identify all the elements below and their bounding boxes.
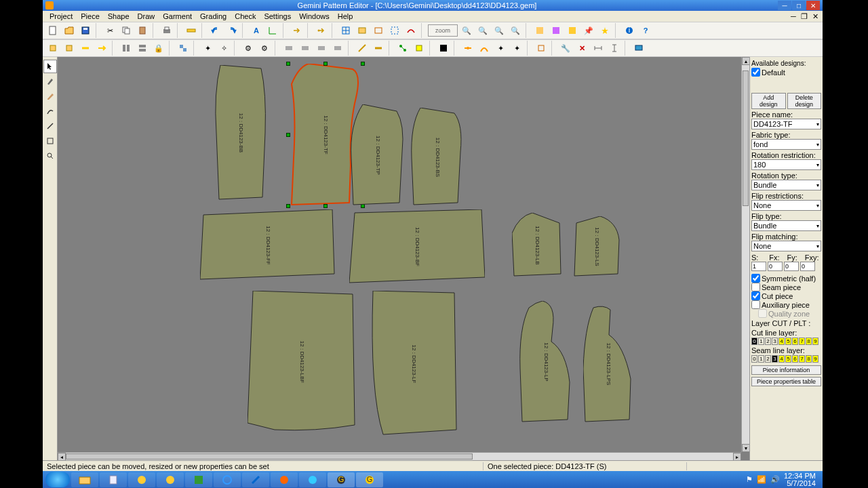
zoom-in-icon[interactable]: 🔍 — [459, 23, 474, 38]
layer-9[interactable]: 9 — [812, 338, 818, 345]
scroll-up-icon[interactable]: ▴ — [742, 57, 749, 65]
layer-3[interactable]: 3 — [772, 338, 778, 345]
layer-2[interactable]: 2 — [765, 338, 771, 345]
point1-icon[interactable] — [395, 41, 410, 56]
print-icon[interactable] — [159, 23, 174, 38]
taskbar-explorer-icon[interactable] — [71, 472, 98, 487]
layer-1[interactable]: 1 — [758, 338, 764, 345]
screen-icon[interactable] — [631, 41, 646, 56]
layer-7[interactable]: 7 — [799, 338, 805, 345]
new-file-icon[interactable] — [45, 23, 60, 38]
layer-8[interactable]: 8 — [806, 355, 812, 363]
taskbar-gemini1-icon[interactable]: G — [328, 472, 355, 487]
scroll-thumb-h[interactable] — [66, 453, 473, 460]
layer-9[interactable]: 9 — [812, 355, 818, 363]
tray-flag-icon[interactable]: ⚑ — [746, 475, 753, 484]
path2-icon[interactable] — [477, 41, 492, 56]
layer-0[interactable]: 0 — [751, 338, 757, 345]
aux-piece-check[interactable] — [751, 300, 760, 309]
menu-draw[interactable]: Draw — [134, 12, 159, 21]
pattern-piece[interactable]: 12 : DD4123-BB — [214, 65, 268, 201]
pattern-piece[interactable]: 12 : DD4123-LP — [519, 301, 573, 423]
curve-tool-icon[interactable] — [43, 104, 57, 118]
path3-icon[interactable]: ✦ — [493, 41, 508, 56]
scroll-right-icon[interactable]: ▸ — [733, 453, 741, 460]
piece-name-select[interactable]: DD4123-TF — [751, 119, 821, 129]
selection-handle[interactable] — [361, 62, 365, 66]
zoom-all-icon[interactable]: 🔍 — [508, 23, 523, 38]
start-button[interactable] — [45, 472, 70, 487]
select-tool-icon[interactable] — [43, 60, 57, 73]
pattern-piece[interactable]: 12 : DD4123-LS — [573, 216, 620, 277]
pattern-piece[interactable]: 12 : DD4123-LB — [512, 213, 563, 277]
wrench-icon[interactable]: 🔧 — [558, 41, 573, 56]
line-tool-icon[interactable] — [43, 119, 57, 133]
close-button[interactable]: ✕ — [806, 1, 820, 10]
selection-handle[interactable] — [323, 204, 328, 208]
group-icon[interactable] — [176, 41, 191, 56]
menu-project[interactable]: Project — [45, 12, 77, 21]
taskbar-app1-icon[interactable] — [128, 472, 155, 487]
star-icon[interactable] — [597, 23, 612, 38]
curve-icon[interactable] — [403, 23, 418, 38]
layer-6[interactable]: 6 — [792, 355, 798, 363]
save-file-icon[interactable] — [78, 23, 93, 38]
cut-piece-check[interactable] — [751, 291, 760, 300]
selection-handle[interactable] — [286, 62, 290, 66]
layer-4[interactable]: 4 — [778, 355, 785, 363]
selection-handle[interactable] — [286, 204, 290, 208]
layer1-icon[interactable] — [532, 23, 547, 38]
layer-b-icon[interactable] — [298, 41, 313, 56]
layer3-icon[interactable] — [565, 23, 580, 38]
mdi-close-icon[interactable]: ✕ — [810, 12, 820, 21]
rect2-icon[interactable] — [371, 23, 386, 38]
grid-icon[interactable] — [338, 23, 353, 38]
layer-5[interactable]: 5 — [785, 355, 791, 363]
layer-5[interactable]: 5 — [785, 338, 791, 345]
zoom-display[interactable]: zoom — [428, 24, 458, 37]
scrollbar-vertical[interactable]: ▴ ▾ — [741, 57, 749, 452]
tool-a-icon[interactable] — [45, 41, 60, 56]
layer-0[interactable]: 0 — [751, 355, 757, 363]
align1-icon[interactable] — [119, 41, 134, 56]
measure-icon[interactable] — [184, 23, 199, 38]
undo-icon[interactable] — [208, 23, 223, 38]
box1-icon[interactable] — [534, 41, 549, 56]
fy-input[interactable] — [784, 262, 799, 271]
taskbar-app3-icon[interactable] — [242, 472, 269, 487]
pattern-piece[interactable]: 12 : DD4123-BS — [410, 108, 465, 206]
layer-3[interactable]: 3 — [772, 355, 778, 363]
taskbar-ie-icon[interactable] — [214, 472, 241, 487]
edge2-icon[interactable] — [371, 41, 386, 56]
maximize-button[interactable]: □ — [792, 1, 806, 10]
shape-tool-icon[interactable] — [43, 134, 57, 148]
dark-icon[interactable] — [436, 41, 451, 56]
scrollbar-horizontal[interactable]: ◂ ▸ — [58, 452, 741, 460]
point2-icon[interactable] — [412, 41, 427, 56]
fx-input[interactable] — [768, 262, 783, 271]
redo-icon[interactable] — [224, 23, 239, 38]
pin-icon[interactable]: 📌 — [581, 23, 596, 38]
delete-design-button[interactable]: Delete design — [787, 93, 822, 109]
pattern-piece[interactable]: 12 : DD4123-LPS — [583, 304, 634, 423]
cut-icon[interactable]: ✂ — [102, 23, 117, 38]
mdi-restore-icon[interactable]: ❐ — [800, 12, 809, 21]
tray-network-icon[interactable]: 📶 — [757, 475, 766, 484]
zoom-tool-icon[interactable] — [43, 149, 57, 163]
menu-piece[interactable]: Piece — [77, 12, 104, 21]
path4-icon[interactable]: ✦ — [509, 41, 524, 56]
gear2-icon[interactable]: ⚙ — [257, 41, 272, 56]
pattern-piece[interactable]: 12 : DD4123-LBF — [248, 291, 356, 433]
dim2-icon[interactable] — [607, 41, 622, 56]
scroll-left-icon[interactable]: ◂ — [58, 453, 66, 460]
zoom-fit-icon[interactable]: 🔍 — [492, 23, 507, 38]
tray-volume-icon[interactable]: 🔊 — [770, 475, 780, 484]
minimize-button[interactable]: ─ — [778, 1, 791, 10]
edge1-icon[interactable] — [355, 41, 370, 56]
menu-grading[interactable]: Grading — [196, 12, 231, 21]
taskbar-app2-icon[interactable] — [157, 472, 184, 487]
layer-4[interactable]: 4 — [778, 338, 785, 345]
layer-8[interactable]: 8 — [806, 338, 812, 345]
menu-windows[interactable]: Windows — [295, 12, 334, 21]
snap2-icon[interactable]: ✧ — [216, 41, 231, 56]
